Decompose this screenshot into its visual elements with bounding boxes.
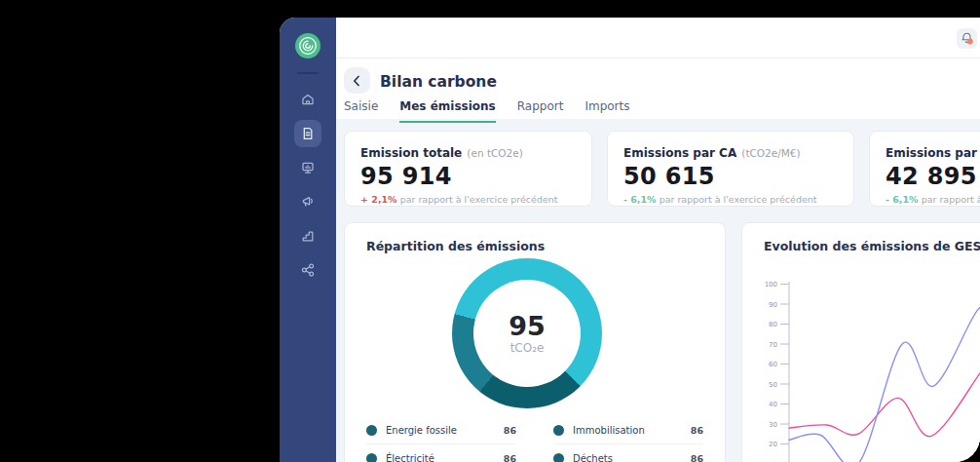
svg-text:50: 50 bbox=[769, 381, 777, 389]
sidebar-item-megaphone[interactable] bbox=[280, 184, 336, 218]
monitor-chart-icon bbox=[294, 154, 321, 181]
chevron-left-icon bbox=[352, 75, 362, 87]
stat-subtitle: (en tCO2e) bbox=[467, 147, 523, 159]
sidebar-divider bbox=[297, 72, 319, 74]
tab-rapport[interactable]: Rapport bbox=[517, 99, 564, 123]
sidebar bbox=[280, 18, 336, 462]
legend-column: Energie fossile 86 Électricité 86 bbox=[366, 416, 516, 462]
stat-subtitle: (tCO2e/M€) bbox=[741, 147, 800, 159]
notifications-button[interactable] bbox=[957, 28, 977, 49]
topbar bbox=[336, 18, 980, 58]
donut-chart-card: Répartition des émissions 95 tCO₂e Energ… bbox=[344, 222, 726, 462]
stat-title: Emissions par ETP bbox=[886, 146, 980, 160]
svg-text:70: 70 bbox=[769, 341, 777, 349]
stats-row: Emission totale (en tCO2e) 95 914 + 2,1%… bbox=[344, 131, 980, 207]
stat-title: Emission totale bbox=[360, 146, 462, 160]
stat-value: 95 914 bbox=[360, 163, 576, 190]
line-chart-card: Evolution des émissions de GES 100908070… bbox=[741, 222, 980, 462]
legend-dot-icon bbox=[553, 453, 564, 462]
app-window: Bilan carbone Saisie Mes émissions Rappo… bbox=[280, 18, 980, 462]
donut-center-unit: tCO₂e bbox=[510, 341, 545, 355]
legend-column: Immobilisation 86 Déchets 86 bbox=[553, 416, 703, 462]
donut-chart: 95 tCO₂e bbox=[452, 258, 602, 408]
stat-note: - 6,1% par rapport à l'exercice précéden… bbox=[623, 194, 838, 205]
legend-dot-icon bbox=[553, 425, 564, 436]
legend-dot-icon bbox=[366, 425, 377, 436]
page-title: Bilan carbone bbox=[380, 73, 497, 91]
stat-delta: - 6,1% bbox=[886, 194, 919, 205]
tab-imports[interactable]: Imports bbox=[584, 99, 629, 123]
donut-legend: Energie fossile 86 Électricité 86 Immobi bbox=[366, 416, 703, 462]
stat-delta: - 6,1% bbox=[623, 194, 657, 205]
sidebar-item-home[interactable] bbox=[280, 82, 336, 116]
legend-dot-icon bbox=[366, 453, 377, 462]
stat-card-emissions-ca: Emissions par CA (tCO2e/M€) 50 615 - 6,1… bbox=[607, 131, 854, 207]
legend-item-energie-fossile: Energie fossile 86 bbox=[366, 416, 516, 444]
bar-chart-icon bbox=[294, 222, 321, 250]
stat-value: 50 615 bbox=[623, 163, 838, 190]
notification-dot bbox=[967, 38, 973, 44]
stat-title: Emissions par CA bbox=[623, 146, 736, 160]
svg-text:90: 90 bbox=[769, 301, 777, 309]
svg-text:40: 40 bbox=[769, 401, 777, 408]
legend-item-immobilisation: Immobilisation 86 bbox=[553, 416, 703, 444]
legend-item-electricite: Électricité 86 bbox=[366, 444, 516, 462]
stat-value: 42 895 bbox=[886, 163, 980, 190]
sidebar-item-hierarchy[interactable] bbox=[280, 252, 336, 287]
hierarchy-icon bbox=[294, 256, 321, 284]
tab-bar: Saisie Mes émissions Rapport Imports bbox=[344, 99, 630, 123]
svg-text:80: 80 bbox=[769, 321, 777, 328]
donut-center-value: 95 bbox=[509, 312, 546, 341]
document-icon bbox=[294, 120, 321, 147]
sidebar-item-analytics[interactable] bbox=[280, 218, 336, 252]
sidebar-nav bbox=[280, 82, 336, 287]
screenshot-background: Bilan carbone Saisie Mes émissions Rappo… bbox=[0, 0, 980, 462]
legend-item-dechets: Déchets 86 bbox=[553, 444, 703, 462]
donut-center: 95 tCO₂e bbox=[473, 280, 581, 387]
svg-text:30: 30 bbox=[769, 421, 777, 429]
home-icon bbox=[294, 86, 321, 113]
stat-delta: + 2,1% bbox=[360, 194, 397, 205]
app-logo-icon[interactable] bbox=[295, 33, 320, 58]
line-chart-title: Evolution des émissions de GES bbox=[764, 239, 980, 253]
stat-note: - 6,1% par rapport à l'exercice précéden… bbox=[886, 194, 980, 205]
bell-icon bbox=[960, 31, 974, 46]
sidebar-item-monitor[interactable] bbox=[280, 150, 336, 184]
donut-chart-title: Répartition des émissions bbox=[366, 239, 545, 253]
back-button[interactable] bbox=[344, 67, 370, 94]
stat-card-emission-totale: Emission totale (en tCO2e) 95 914 + 2,1%… bbox=[344, 131, 592, 207]
stat-card-emissions-etp: Emissions par ETP (tCO2e/ETP) 42 895 - 6… bbox=[869, 131, 980, 207]
svg-text:60: 60 bbox=[769, 361, 777, 368]
tab-mes-emissions[interactable]: Mes émissions bbox=[399, 99, 495, 123]
svg-text:100: 100 bbox=[765, 281, 777, 289]
megaphone-icon bbox=[294, 188, 321, 215]
sidebar-item-documents[interactable] bbox=[280, 116, 336, 150]
charts-row: Répartition des émissions 95 tCO₂e Energ… bbox=[344, 222, 980, 462]
stat-note: + 2,1% par rapport à l'exercice précéden… bbox=[360, 194, 576, 205]
svg-text:20: 20 bbox=[769, 441, 777, 448]
tab-saisie[interactable]: Saisie bbox=[344, 99, 378, 123]
line-chart: 100908070605040302010 bbox=[742, 223, 980, 462]
